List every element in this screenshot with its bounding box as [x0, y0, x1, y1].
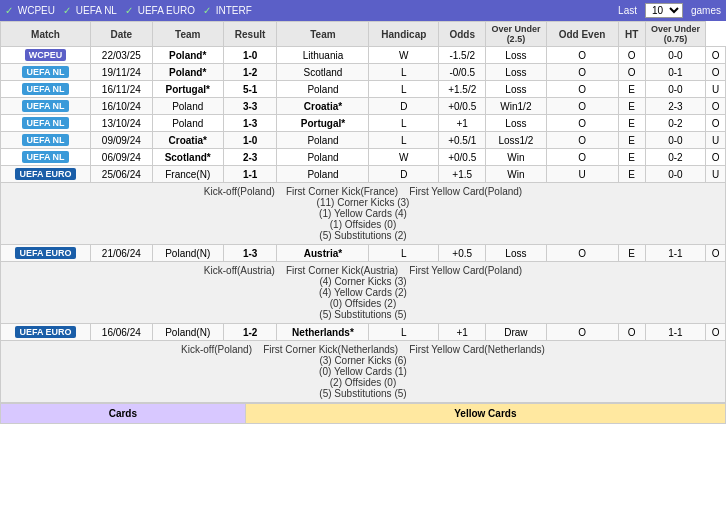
- team1-cell: Portugal*: [152, 81, 223, 98]
- ou1-cell: O: [546, 115, 618, 132]
- ou075-cell: O: [706, 149, 726, 166]
- ou1-cell: O: [546, 98, 618, 115]
- odds-cell: Loss: [486, 81, 546, 98]
- odd-even-cell: O: [618, 47, 645, 64]
- table-row: UEFA EURO 25/06/24 France(N) 1-1 Poland …: [1, 166, 726, 183]
- detail-lines: (4) Corner Kicks (3)(4) Yellow Cards (2)…: [6, 276, 720, 320]
- comp-cell: UEFA NL: [1, 115, 91, 132]
- handicap-cell: +1.5/2: [439, 81, 486, 98]
- handicap-cell: +0.5: [439, 245, 486, 262]
- comp-badge: UEFA EURO: [15, 326, 75, 338]
- team2-cell: Lithuania: [277, 47, 369, 64]
- kickoff-info: Kick-off(Austria): [204, 265, 275, 276]
- odds-cell: Loss: [486, 245, 546, 262]
- odds-cell: Win: [486, 166, 546, 183]
- odds-cell: Win1/2: [486, 98, 546, 115]
- team2-cell: Croatia*: [277, 98, 369, 115]
- date-cell: 16/11/24: [91, 81, 153, 98]
- comp-cell: UEFA EURO: [1, 245, 91, 262]
- detail-row: Kick-off(Poland) First Corner Kick(Franc…: [1, 183, 726, 245]
- result-cell: 1-2: [223, 324, 277, 341]
- comp-cell: UEFA NL: [1, 98, 91, 115]
- cards-title: Cards: [1, 404, 246, 423]
- ou075-cell: U: [706, 132, 726, 149]
- team2-cell: Netherlands*: [277, 324, 369, 341]
- detail-lines: (3) Corner Kicks (6)(0) Yellow Cards (1)…: [6, 355, 720, 399]
- ou075-cell: U: [706, 166, 726, 183]
- date-cell: 19/11/24: [91, 64, 153, 81]
- comp-badge: WCPEU: [25, 49, 67, 61]
- kickoff-info: Kick-off(Poland): [181, 344, 252, 355]
- last-label: Last: [618, 5, 637, 16]
- games-label: games: [691, 5, 721, 16]
- date-cell: 13/10/24: [91, 115, 153, 132]
- comp-cell: UEFA NL: [1, 81, 91, 98]
- comp-badge: UEFA EURO: [15, 168, 75, 180]
- detail-lines: (11) Corner Kicks (3)(1) Yellow Cards (4…: [6, 197, 720, 241]
- wl-cell: W: [369, 149, 439, 166]
- odd-even-cell: E: [618, 98, 645, 115]
- top-bar: ✓ WCPEU ✓ UEFA NL ✓ UEFA EURO ✓ INTERF L…: [0, 0, 726, 21]
- games-select[interactable]: 10 5 15 20 All: [645, 3, 683, 18]
- ou1-cell: O: [546, 149, 618, 166]
- ou075-cell: O: [706, 115, 726, 132]
- ou1-cell: O: [546, 81, 618, 98]
- table-row: UEFA NL 09/09/24 Croatia* 1-0 Poland L +…: [1, 132, 726, 149]
- first-yellow-info: First Yellow Card(Poland): [409, 186, 522, 197]
- yellow-cards-title: Yellow Cards: [246, 404, 725, 423]
- odd-even-cell: E: [618, 245, 645, 262]
- col-match: Match: [1, 22, 91, 47]
- wl-cell: D: [369, 166, 439, 183]
- team1-cell: Croatia*: [152, 132, 223, 149]
- ou075-cell: O: [706, 98, 726, 115]
- comp-badge: UEFA NL: [22, 134, 68, 146]
- col-team2: Team: [277, 22, 369, 47]
- ou075-cell: O: [706, 245, 726, 262]
- kickoff-info: Kick-off(Poland): [204, 186, 275, 197]
- comp-badge: UEFA NL: [22, 117, 68, 129]
- col-date: Date: [91, 22, 153, 47]
- wl-cell: L: [369, 115, 439, 132]
- ht-cell: 0-0: [645, 47, 705, 64]
- first-corner-info: First Corner Kick(Netherlands): [263, 344, 398, 355]
- odd-even-cell: O: [618, 64, 645, 81]
- ht-cell: 2-3: [645, 98, 705, 115]
- team2-cell: Austria*: [277, 245, 369, 262]
- comp-cell: UEFA EURO: [1, 324, 91, 341]
- odds-cell: Win: [486, 149, 546, 166]
- ou075-cell: O: [706, 324, 726, 341]
- ou1-cell: O: [546, 245, 618, 262]
- league-uefaeuro: ✓ UEFA EURO: [125, 5, 195, 16]
- table-row: UEFA NL 19/11/24 Poland* 1-2 Scotland L …: [1, 64, 726, 81]
- wl-cell: L: [369, 324, 439, 341]
- result-cell: 2-3: [223, 149, 277, 166]
- wl-cell: L: [369, 245, 439, 262]
- ou075-cell: U: [706, 81, 726, 98]
- team2-cell: Scotland: [277, 64, 369, 81]
- team2-cell: Poland: [277, 132, 369, 149]
- result-cell: 1-0: [223, 132, 277, 149]
- team1-cell: Poland(N): [152, 324, 223, 341]
- ou075-cell: O: [706, 64, 726, 81]
- comp-badge: UEFA NL: [22, 66, 68, 78]
- handicap-cell: +0.5/1: [439, 132, 486, 149]
- team1-cell: Poland*: [152, 64, 223, 81]
- comp-badge: UEFA EURO: [15, 247, 75, 259]
- odds-cell: Draw: [486, 324, 546, 341]
- ou1-cell: U: [546, 166, 618, 183]
- col-handicap: Handicap: [369, 22, 439, 47]
- first-corner-info: First Corner Kick(France): [286, 186, 398, 197]
- result-cell: 1-3: [223, 115, 277, 132]
- date-cell: 25/06/24: [91, 166, 153, 183]
- date-cell: 21/06/24: [91, 245, 153, 262]
- col-result: Result: [223, 22, 277, 47]
- date-cell: 06/09/24: [91, 149, 153, 166]
- result-cell: 1-2: [223, 64, 277, 81]
- team2-cell: Poland: [277, 166, 369, 183]
- table-row: WCPEU 22/03/25 Poland* 1-0 Lithuania W -…: [1, 47, 726, 64]
- team2-cell: Poland: [277, 81, 369, 98]
- ou1-cell: O: [546, 132, 618, 149]
- table-row: UEFA NL 16/10/24 Poland 3-3 Croatia* D +…: [1, 98, 726, 115]
- result-cell: 1-0: [223, 47, 277, 64]
- odd-even-cell: E: [618, 166, 645, 183]
